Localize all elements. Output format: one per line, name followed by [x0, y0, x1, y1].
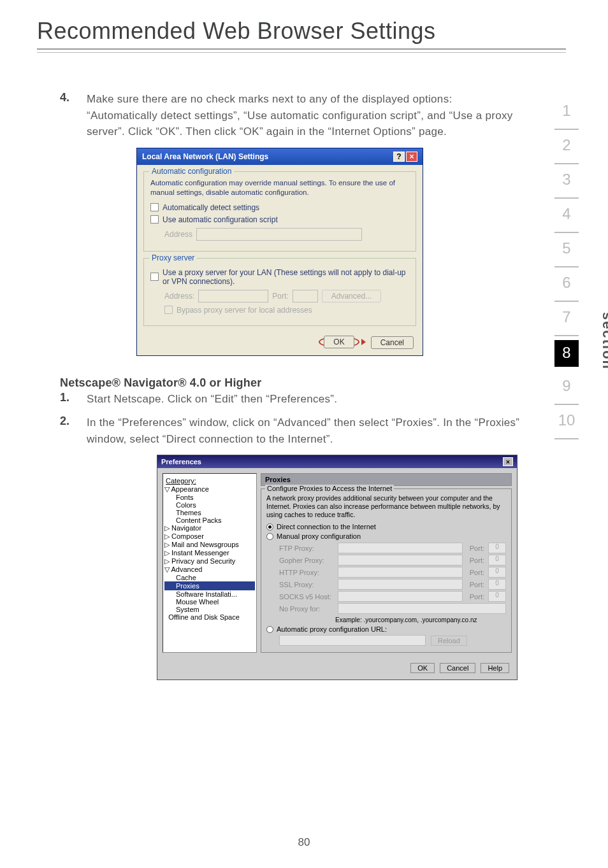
proxy-port-label: Port:: [272, 292, 288, 301]
port-input: 0: [488, 567, 506, 578]
ok-button[interactable]: OK: [410, 663, 435, 673]
auto-url-input: [279, 635, 426, 646]
netscape-preferences-dialog: Preferences × Category: ▽ Appearance Fon…: [157, 455, 518, 680]
cancel-button[interactable]: Cancel: [440, 663, 475, 673]
page-title: Recommended Web Browser Settings: [0, 0, 608, 48]
auto-detect-label: Automatically detect settings: [163, 203, 259, 212]
tree-item[interactable]: Colors: [164, 501, 255, 509]
socks-input: [338, 591, 463, 602]
section-sidebar: 1 2 3 4 5 6 7 8 9 10: [554, 102, 579, 439]
sidebar-item-2[interactable]: 2: [554, 130, 579, 164]
sidebar-item-1[interactable]: 1: [554, 102, 579, 130]
tree-item[interactable]: ▷ Composer: [164, 532, 255, 541]
http-label: HTTP Proxy:: [279, 569, 334, 576]
gopher-input: [338, 555, 463, 566]
tree-item[interactable]: System: [164, 606, 255, 613]
auto-detect-row[interactable]: Automatically detect settings: [150, 203, 409, 212]
ns-category-tree[interactable]: Category: ▽ Appearance Fonts Colors Them…: [163, 473, 257, 653]
checkbox-icon: [164, 306, 173, 314]
arrow-icon: [361, 339, 366, 345]
sidebar-label: section: [599, 312, 608, 370]
ssl-label: SSL Proxy:: [279, 581, 334, 588]
proxy-legend: Proxy server: [149, 253, 197, 262]
step-2-num: 2.: [60, 415, 87, 447]
tree-item[interactable]: Content Packs: [164, 516, 255, 524]
auto-url-radio[interactable]: Automatic proxy configuration URL:: [266, 625, 506, 633]
auto-url-label: Automatic proxy configuration URL:: [277, 625, 387, 633]
sidebar-item-7[interactable]: 7: [554, 302, 579, 336]
ftp-label: FTP Proxy:: [279, 544, 334, 552]
ok-button[interactable]: OK: [324, 336, 354, 348]
advanced-button: Advanced...: [322, 290, 381, 302]
cancel-button[interactable]: Cancel: [371, 336, 414, 349]
tree-item[interactable]: Software Installati...: [164, 590, 255, 598]
page-number: 80: [0, 836, 608, 849]
auto-script-label: Use automatic configuration script: [163, 215, 278, 224]
tree-item[interactable]: ▷ Mail and Newsgroups: [164, 541, 255, 549]
sidebar-item-9[interactable]: 9: [554, 371, 579, 405]
proxy-use-label: Use a proxy server for your LAN (These s…: [163, 268, 409, 286]
radio-icon[interactable]: [266, 533, 273, 540]
sidebar-item-10[interactable]: 10: [554, 405, 579, 439]
tree-item[interactable]: Offline and Disk Space: [164, 613, 255, 621]
tree-item[interactable]: Themes: [164, 509, 255, 516]
direct-connection-radio[interactable]: Direct connection to the Internet: [266, 523, 506, 530]
tree-item-proxies[interactable]: Proxies: [164, 581, 255, 590]
ssl-input: [338, 579, 463, 590]
help-button[interactable]: Help: [481, 663, 509, 673]
noproxy-input: [338, 603, 506, 614]
ok-highlight: OK: [319, 336, 365, 349]
sidebar-item-4[interactable]: 4: [554, 199, 579, 233]
sidebar-item-5[interactable]: 5: [554, 233, 579, 267]
ftp-input: [338, 543, 463, 553]
checkbox-icon[interactable]: [150, 215, 159, 224]
checkbox-icon[interactable]: [150, 273, 159, 281]
tree-item[interactable]: Fonts: [164, 494, 255, 501]
netscape-heading: Netscape® Navigator® 4.0 or Higher: [60, 376, 525, 390]
step-4: 4. Make sure there are no check marks ne…: [60, 91, 525, 140]
port-input: 0: [488, 555, 506, 566]
tree-item[interactable]: ▽ Appearance: [164, 485, 255, 494]
manual-proxy-radio[interactable]: Manual proxy configuration: [266, 532, 506, 540]
tree-item[interactable]: ▷ Navigator: [164, 524, 255, 532]
proxy-address-input: [198, 290, 268, 302]
step-4-num: 4.: [60, 91, 87, 140]
tree-item[interactable]: ▷ Instant Messenger: [164, 549, 255, 557]
step-1-text: Start Netscape. Click on “Edit” then “Pr…: [87, 391, 337, 408]
sidebar-item-3[interactable]: 3: [554, 164, 579, 199]
tree-item[interactable]: Cache: [164, 574, 255, 581]
lan-title-bar: Local Area Network (LAN) Settings ? ×: [137, 148, 423, 165]
tree-item[interactable]: Mouse Wheel: [164, 598, 255, 606]
ns-title-bar: Preferences ×: [157, 455, 517, 468]
checkbox-icon[interactable]: [150, 203, 159, 211]
address-label: Address: [164, 230, 192, 239]
step-4-text: Make sure there are no check marks next …: [87, 91, 525, 140]
tree-item[interactable]: ▷ Privacy and Security: [164, 557, 255, 566]
proxy-fieldset: Proxy server Use a proxy server for your…: [143, 258, 416, 326]
sidebar-item-8[interactable]: 8: [554, 340, 579, 367]
address-input: [196, 228, 362, 241]
auto-script-row[interactable]: Use automatic configuration script: [150, 215, 409, 224]
help-button[interactable]: ?: [393, 152, 405, 162]
ns-desc: A network proxy provides additional secu…: [266, 494, 506, 519]
manual-label: Manual proxy configuration: [277, 532, 361, 540]
ns-title-text: Preferences: [161, 458, 201, 466]
ns-panel-title: Proxies: [261, 473, 512, 486]
auto-config-fieldset: Automatic configuration Automatic config…: [143, 171, 416, 252]
http-input: [338, 567, 463, 578]
step-1-num: 1.: [60, 391, 87, 408]
radio-icon[interactable]: [266, 523, 273, 530]
tree-item[interactable]: ▽ Advanced: [164, 566, 255, 574]
socks-label: SOCKS v5 Host:: [279, 593, 334, 601]
ns-fieldset-legend: Configure Proxies to Access the Internet: [265, 485, 394, 492]
proxy-use-row[interactable]: Use a proxy server for your LAN (These s…: [150, 268, 409, 286]
close-button[interactable]: ×: [503, 457, 513, 466]
radio-icon[interactable]: [266, 626, 273, 633]
port-label: Port:: [467, 581, 484, 588]
port-label: Port:: [467, 569, 484, 576]
title-underline-thin: [37, 52, 566, 53]
step-2-text: In the “Preferences” window, click on “A…: [87, 415, 525, 447]
sidebar-item-6[interactable]: 6: [554, 267, 579, 302]
ns-proxy-fieldset: Configure Proxies to Access the Internet…: [261, 488, 512, 653]
close-button[interactable]: ×: [406, 152, 417, 162]
